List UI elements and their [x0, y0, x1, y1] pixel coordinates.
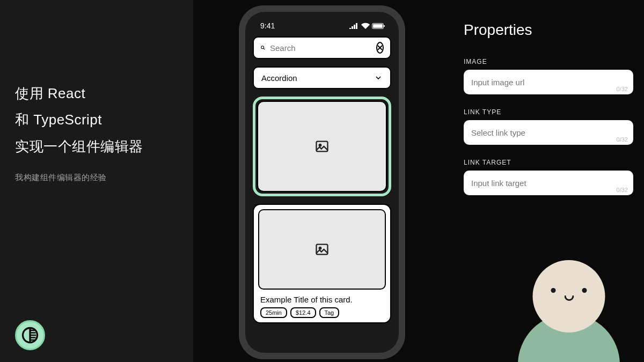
signal-icon — [349, 23, 359, 29]
status-icons — [349, 23, 384, 29]
link-type-input[interactable] — [471, 128, 626, 137]
status-bar: 9:41 — [253, 19, 391, 36]
field-link-type: LINK TYPE 0/32 — [464, 108, 633, 145]
mascot-eye — [582, 288, 587, 293]
mascot-eye — [551, 288, 556, 293]
close-icon — [377, 45, 383, 50]
headline-line-2: 和 TypeScript — [15, 107, 178, 133]
accordion-label: Accordion — [261, 73, 297, 83]
accordion-select[interactable]: Accordion — [253, 67, 391, 89]
svg-point-5 — [319, 247, 321, 249]
clear-search-button[interactable] — [376, 42, 384, 54]
chip[interactable]: Tag — [319, 307, 340, 318]
svg-rect-2 — [317, 142, 328, 152]
intro-panel: 使用 React 和 TypeScript 实现一个组件编辑器 我构建组件编辑器… — [0, 0, 193, 362]
char-counter: 0/32 — [617, 86, 628, 92]
card-component[interactable]: Example Title of this card. 25min $12.4 … — [253, 204, 391, 323]
image-icon — [314, 242, 330, 257]
headline-line-1: 使用 React — [15, 80, 178, 107]
image-url-input[interactable] — [471, 78, 626, 87]
svg-point-1 — [261, 46, 264, 49]
card-image-placeholder — [258, 209, 386, 290]
char-counter: 0/32 — [617, 136, 628, 143]
mascot-mouth — [564, 295, 574, 301]
phone-frame: 9:41 Accordion — [239, 5, 405, 359]
field-link-target: LINK TARGET 0/32 — [464, 159, 633, 195]
phone-screen: 9:41 Accordion — [245, 12, 399, 353]
mascot-head — [533, 260, 605, 333]
preview-panel: 9:41 Accordion — [193, 0, 451, 362]
image-placeholder — [257, 101, 387, 192]
wifi-icon — [361, 23, 370, 29]
contrast-icon — [20, 326, 40, 345]
svg-rect-4 — [317, 245, 328, 255]
field-label: LINK TARGET — [464, 159, 633, 166]
svg-point-3 — [319, 144, 321, 146]
headline: 使用 React 和 TypeScript 实现一个组件编辑器 — [15, 80, 178, 160]
clock: 9:41 — [260, 21, 275, 30]
link-type-input-wrapper[interactable]: 0/32 — [464, 120, 633, 145]
link-target-input[interactable] — [471, 179, 626, 188]
link-target-input-wrapper[interactable]: 0/32 — [464, 171, 633, 195]
chip[interactable]: $12.4 — [290, 307, 316, 318]
subheadline: 我构建组件编辑器的经验 — [15, 173, 178, 183]
logo-badge — [15, 320, 45, 350]
card-title: Example Title of this card. — [258, 290, 386, 307]
chevron-down-icon — [374, 73, 383, 82]
field-image: IMAGE 0/32 — [464, 58, 633, 94]
search-input[interactable] — [270, 43, 372, 53]
image-url-input-wrapper[interactable]: 0/32 — [464, 70, 633, 94]
field-label: IMAGE — [464, 58, 633, 65]
headline-line-3: 实现一个组件编辑器 — [15, 134, 178, 160]
image-icon — [314, 139, 330, 154]
battery-icon — [372, 23, 384, 29]
card-chips: 25min $12.4 Tag — [258, 307, 386, 318]
char-counter: 0/32 — [617, 187, 628, 193]
properties-panel: Properties IMAGE 0/32 LINK TYPE 0/32 LIN… — [451, 0, 644, 362]
search-bar[interactable] — [253, 36, 391, 59]
panel-title: Properties — [464, 21, 633, 39]
search-icon — [260, 43, 266, 53]
chip[interactable]: 25min — [260, 307, 287, 318]
mascot-character — [510, 244, 628, 362]
field-label: LINK TYPE — [464, 108, 633, 116]
selected-image-component[interactable] — [253, 97, 391, 196]
